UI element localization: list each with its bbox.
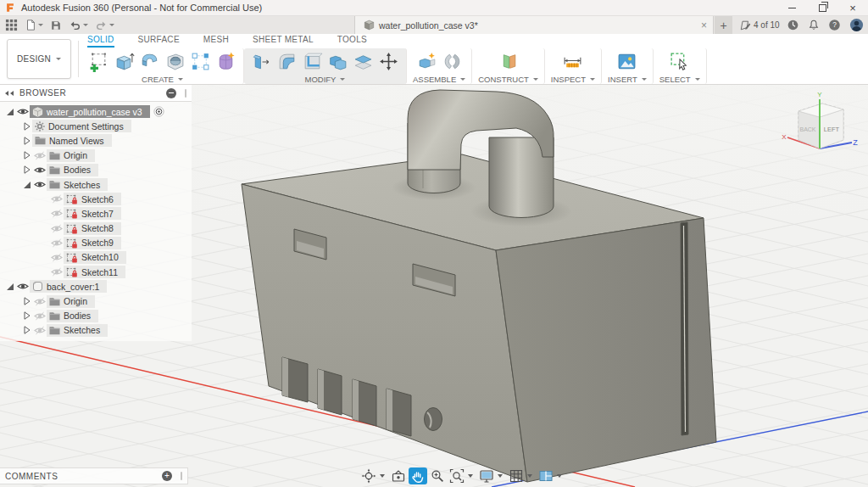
revolve-icon[interactable] xyxy=(138,50,161,73)
tree-collapsed-arrow-icon[interactable] xyxy=(21,296,32,306)
tree-collapsed-arrow-icon[interactable] xyxy=(21,150,32,160)
circular-hole[interactable] xyxy=(425,408,442,431)
zoom-window-button[interactable] xyxy=(428,467,447,484)
user-avatar[interactable] xyxy=(849,18,864,32)
ribbon-tab-mesh[interactable]: MESH xyxy=(203,35,229,48)
tree-row-sketch9[interactable]: Sketch9 xyxy=(0,236,192,250)
add-comment-icon[interactable]: + xyxy=(162,471,172,481)
tree-item[interactable]: Sketches xyxy=(47,178,108,191)
tree-item[interactable]: Sketches xyxy=(47,324,108,337)
tree-item[interactable]: water_pollution_case v3 xyxy=(30,105,150,118)
ribbon-group-label[interactable]: CONSTRUCT xyxy=(478,75,538,84)
panel-resize-grip[interactable] xyxy=(185,89,186,98)
hole-icon[interactable] xyxy=(164,50,186,73)
tree-row-sketch7[interactable]: Sketch7 xyxy=(0,206,192,221)
tree-collapsed-arrow-icon[interactable] xyxy=(21,121,32,132)
combine-icon[interactable] xyxy=(326,50,349,73)
app-grid-icon[interactable] xyxy=(2,17,21,33)
tree-item[interactable]: Origin xyxy=(47,149,95,162)
activate-component-icon[interactable] xyxy=(153,106,164,117)
tree-item[interactable]: Named Views xyxy=(32,134,112,147)
ribbon-tab-sheet-metal[interactable]: SHEET METAL xyxy=(253,35,314,48)
look-at-button[interactable] xyxy=(389,467,408,484)
orbit-dropdown-caret[interactable] xyxy=(380,474,385,478)
visibility-eye-icon[interactable] xyxy=(15,107,30,117)
grid-layout-dropdown-caret[interactable] xyxy=(527,474,532,478)
extrude-icon[interactable] xyxy=(113,50,136,73)
model-viewport[interactable]: BROWSER water_pollution_case v3Document … xyxy=(0,85,868,487)
offset-face-icon[interactable] xyxy=(352,50,375,73)
tree-item[interactable]: Sketch6 xyxy=(64,193,121,205)
visibility-eye-icon[interactable] xyxy=(49,252,64,262)
tree-row-sketches[interactable]: Sketches xyxy=(0,323,192,338)
ribbon-group-label[interactable]: SELECT xyxy=(659,75,700,84)
close-tab-icon[interactable]: × xyxy=(701,20,707,31)
press-pull-icon[interactable] xyxy=(250,50,273,73)
ribbon-tab-tools[interactable]: TOOLS xyxy=(337,35,367,48)
minimize-button[interactable] xyxy=(776,0,807,15)
workspace-selector[interactable]: DESIGN xyxy=(7,39,71,79)
tree-collapsed-arrow-icon[interactable] xyxy=(21,325,32,335)
tree-row-origin[interactable]: Origin xyxy=(0,148,192,163)
browser-header[interactable]: BROWSER xyxy=(0,85,192,102)
redo-icon[interactable] xyxy=(92,17,118,33)
ribbon-group-label[interactable]: CREATE xyxy=(142,75,183,84)
tree-item[interactable]: Sketch10 xyxy=(64,251,126,264)
construction-plane-icon[interactable] xyxy=(497,50,520,73)
tree-row-back-cover-1[interactable]: back_cover:1 xyxy=(0,279,192,294)
visibility-eye-icon[interactable] xyxy=(49,223,64,233)
new-tab-button[interactable]: + xyxy=(715,16,732,34)
tree-item[interactable]: back_cover:1 xyxy=(30,280,107,293)
visibility-eye-icon[interactable] xyxy=(49,209,64,219)
tree-row-sketch8[interactable]: Sketch8 xyxy=(0,221,192,236)
tree-row-sketch10[interactable]: Sketch10 xyxy=(0,250,192,265)
comments-panel[interactable]: COMMENTS + xyxy=(0,467,188,484)
tree-row-water-pollution-case-v3[interactable]: water_pollution_case v3 xyxy=(0,104,192,119)
save-icon[interactable] xyxy=(47,17,65,33)
ribbon-tab-solid[interactable]: SOLID xyxy=(87,35,114,48)
create-sketch-icon[interactable] xyxy=(87,50,110,73)
comments-resize-grip[interactable] xyxy=(181,472,182,480)
tree-row-sketches[interactable]: Sketches xyxy=(0,177,192,192)
viewports-dropdown-caret[interactable] xyxy=(557,474,562,478)
visibility-eye-icon[interactable] xyxy=(32,296,47,306)
tree-row-sketch11[interactable]: Sketch11 xyxy=(0,265,192,279)
tree-expanded-arrow-icon[interactable] xyxy=(21,180,32,190)
tree-expanded-arrow-icon[interactable] xyxy=(4,282,15,292)
tree-row-sketch6[interactable]: Sketch6 xyxy=(0,192,192,206)
restore-button[interactable] xyxy=(807,0,837,15)
tree-item[interactable]: Bodies xyxy=(47,164,98,176)
pan-button[interactable] xyxy=(409,467,427,484)
shell-icon[interactable] xyxy=(301,50,324,73)
tree-collapsed-arrow-icon[interactable] xyxy=(21,311,32,321)
tree-expanded-arrow-icon[interactable] xyxy=(4,107,15,117)
move-copy-icon[interactable] xyxy=(377,50,400,73)
tree-item[interactable]: Bodies xyxy=(47,310,98,322)
tree-row-bodies[interactable]: Bodies xyxy=(0,163,192,177)
new-component-icon[interactable] xyxy=(415,50,438,73)
browser-minimize-icon[interactable] xyxy=(166,88,176,98)
display-settings-button[interactable] xyxy=(477,467,496,484)
ribbon-group-label[interactable]: INSERT xyxy=(608,75,647,84)
tree-item[interactable]: Sketch11 xyxy=(64,266,125,278)
visibility-eye-icon[interactable] xyxy=(49,267,64,277)
job-status-clock-icon[interactable] xyxy=(787,19,799,31)
visibility-eye-icon[interactable] xyxy=(32,165,47,175)
tree-item[interactable]: Origin xyxy=(47,295,95,308)
visibility-eye-icon[interactable] xyxy=(15,282,30,292)
tree-row-bodies[interactable]: Bodies xyxy=(0,309,192,323)
select-icon[interactable] xyxy=(668,50,691,73)
tree-item[interactable]: Sketch7 xyxy=(64,207,121,220)
display-settings-dropdown-caret[interactable] xyxy=(498,474,503,478)
tree-item[interactable]: Document Settings xyxy=(32,120,131,132)
ribbon-tab-surface[interactable]: SURFACE xyxy=(138,35,180,48)
visibility-eye-icon[interactable] xyxy=(32,311,47,321)
create-form-icon[interactable] xyxy=(214,50,237,73)
view-cube[interactable]: BACK LEFT Y X Z xyxy=(780,89,858,160)
ribbon-group-label[interactable]: MODIFY xyxy=(305,75,346,84)
orbit-button[interactable] xyxy=(359,467,378,484)
ribbon-group-label[interactable]: ASSEMBLE xyxy=(413,75,465,84)
undo-icon[interactable] xyxy=(65,17,92,33)
visibility-eye-icon[interactable] xyxy=(49,194,64,204)
file-menu-icon[interactable] xyxy=(21,17,47,33)
